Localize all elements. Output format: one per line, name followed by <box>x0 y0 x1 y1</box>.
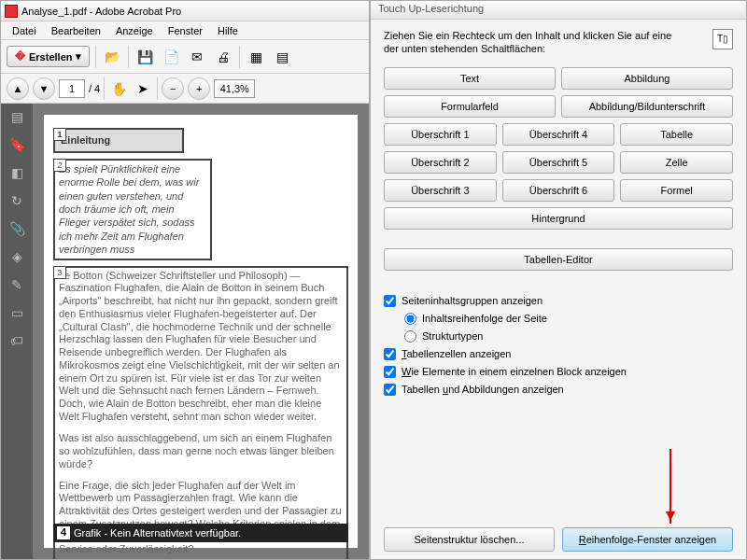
separator <box>128 46 129 68</box>
create-button[interactable]: �͏Erstellen▾ <box>7 46 90 67</box>
sidebar: ▤ 🔖 ◧ ↻ 📎 ◈ ✎ ▭ 🏷 <box>1 104 33 559</box>
page-total: / 4 <box>89 83 100 94</box>
menu-hilfe[interactable]: Hilfe <box>210 23 246 38</box>
bookmarks-icon[interactable]: 🔖 <box>7 137 26 156</box>
body-text-1: de Botton (Schweizer Schriftsteller und … <box>59 270 340 422</box>
struktur-radio[interactable] <box>404 330 416 343</box>
abbildung-button[interactable]: Abbildung <box>561 67 733 90</box>
block-checkbox[interactable] <box>384 366 396 378</box>
abbildung-caption-button[interactable]: Abbildung/Bildunterschrift <box>561 95 733 118</box>
separator <box>95 46 96 68</box>
mail-icon[interactable]: ✉ <box>187 47 207 67</box>
pdf-page: 1Einleitung 2Es spielt Pünktlichkeit ein… <box>44 115 358 548</box>
content-icon[interactable]: ▭ <box>7 305 26 324</box>
order-label: Reihenfolge-Fenster anzeigen <box>579 534 716 545</box>
open-icon[interactable]: 📂 <box>102 47 122 67</box>
h4-button[interactable]: Überschrift 4 <box>502 123 615 146</box>
annotation-arrow <box>669 449 671 524</box>
attach-icon[interactable]: 📎 <box>7 221 26 240</box>
doc1-icon[interactable]: ▦ <box>246 47 266 67</box>
h5-button[interactable]: Überschrift 5 <box>502 151 615 174</box>
figure-tag-num: 4 <box>57 526 70 539</box>
menu-datei[interactable]: Datei <box>5 23 44 38</box>
h1-button[interactable]: Überschrift 1 <box>384 123 497 146</box>
tabellenzellen-label: Tabellenzellen anzeigen <box>402 348 511 359</box>
save-icon[interactable]: 💾 <box>134 47 155 67</box>
separator <box>157 77 158 100</box>
toolbar-main: �͏Erstellen▾ 📂 💾 📄 ✉ 🖨 ▦ ▤ <box>1 40 369 74</box>
figure-alt-bar[interactable]: 4 Grafik - Kein Alternativtext verfügbar… <box>53 524 348 542</box>
select-tool-icon[interactable]: ➤ <box>133 78 153 99</box>
menubar: Datei Bearbeiten Anzeige Fenster Hilfe <box>1 21 369 40</box>
gruppen-label: Seiteninhaltsgruppen anzeigen <box>402 295 543 306</box>
quote-text: Es spielt Pünktlichkeit eine enorme Roll… <box>59 163 199 255</box>
clear-label: Seitenstruktur löschen... <box>414 534 524 545</box>
block-label: Wie Elemente in einem einzelnen Block an… <box>402 366 627 377</box>
h3-button[interactable]: Überschrift 3 <box>384 179 497 202</box>
page-up-button[interactable]: ▲ <box>7 77 29 100</box>
body-text-2: Was ist also ausschlaggebend, um sich an… <box>59 432 334 469</box>
order-icon[interactable]: ↻ <box>7 193 26 212</box>
titlebar: Analyse_1.pdf - Adobe Acrobat Pro <box>1 1 369 21</box>
tabellen-editor-button[interactable]: Tabellen-Editor <box>384 248 733 271</box>
clear-structure-button[interactable]: Seitenstruktur löschen... <box>384 527 555 552</box>
tag-quote[interactable]: 2Es spielt Pünktlichkeit eine enorme Rol… <box>53 159 212 260</box>
separator <box>239 46 240 68</box>
document-viewport[interactable]: 1Einleitung 2Es spielt Pünktlichkeit ein… <box>33 104 369 559</box>
reihenfolge-label: Inhaltsreihenfolge der Seite <box>422 313 547 324</box>
menu-bearbeiten[interactable]: Bearbeiten <box>44 23 108 38</box>
heading-text: Einleitung <box>61 134 110 146</box>
toolbar-nav: ▲ ▼ / 4 ✋ ➤ − + <box>1 74 369 104</box>
panel-title: Touch Up-Leserichtung <box>371 1 746 20</box>
reihenfolge-radio[interactable] <box>404 313 416 325</box>
tabellenzellen-checkbox[interactable] <box>384 348 396 360</box>
instruction-text: Ziehen Sie ein Rechteck um den Inhalt un… <box>384 29 683 56</box>
tabelle-button[interactable]: Tabelle <box>620 123 733 146</box>
tag2-icon[interactable]: 🏷 <box>7 333 26 352</box>
thumbnails-icon[interactable]: ▤ <box>7 109 26 128</box>
zoom-in-button[interactable]: + <box>188 77 210 100</box>
formularfeld-button[interactable]: Formularfeld <box>384 95 556 118</box>
content-area: ▤ 🔖 ◧ ↻ 📎 ◈ ✎ ▭ 🏷 1Einleitung 2Es spielt… <box>1 104 369 559</box>
panel-body: Ziehen Sie ein Rechteck um den Inhalt un… <box>371 20 746 411</box>
app-icon <box>5 5 18 18</box>
hintergrund-button[interactable]: Hintergrund <box>384 207 733 230</box>
h2-button[interactable]: Überschrift 2 <box>384 151 497 174</box>
order-window-button[interactable]: Reihenfolge-Fenster anzeigen <box>562 527 733 552</box>
gruppen-checkbox[interactable] <box>384 295 396 307</box>
zoom-input[interactable] <box>214 79 255 98</box>
acrobat-window: Analyse_1.pdf - Adobe Acrobat Pro Datei … <box>0 0 370 560</box>
page-down-button[interactable]: ▼ <box>33 77 55 100</box>
export-icon[interactable]: 📄 <box>161 47 181 67</box>
h6-button[interactable]: Überschrift 6 <box>502 179 615 202</box>
menu-anzeige[interactable]: Anzeige <box>108 23 161 38</box>
tabab-label: Tabellen und Abbildungen anzeigen <box>402 384 564 395</box>
body-text-3: Eine Frage, die sich jeder Flughafen auf… <box>59 480 342 555</box>
figure-alt-text: Grafik - Kein Alternativtext verfügbar. <box>74 527 241 539</box>
page-input[interactable] <box>59 79 85 98</box>
touchup-panel: Touch Up-Leserichtung Ziehen Sie ein Rec… <box>370 0 747 560</box>
panel-instruction: Ziehen Sie ein Rechteck um den Inhalt un… <box>384 29 733 56</box>
zoom-out-button[interactable]: − <box>162 77 184 100</box>
menu-fenster[interactable]: Fenster <box>161 23 210 38</box>
touchup-tool-icon[interactable]: T▯ <box>712 29 733 49</box>
create-label: Erstellen <box>29 51 72 63</box>
struktur-label: Strukturtypen <box>422 330 483 342</box>
formel-button[interactable]: Formel <box>620 179 733 202</box>
tag-body[interactable]: 3 de Botton (Schweizer Schriftsteller un… <box>53 266 348 559</box>
sign-icon[interactable]: ✎ <box>7 277 26 296</box>
panel-footer: Seitenstruktur löschen... Reihenfolge-Fe… <box>384 527 733 552</box>
layers-icon[interactable]: ◈ <box>7 249 26 268</box>
tabab-checkbox[interactable] <box>384 384 396 396</box>
hand-tool-icon[interactable]: ✋ <box>108 78 129 99</box>
doc2-icon[interactable]: ▤ <box>272 47 292 67</box>
print-icon[interactable]: 🖨 <box>213 47 233 67</box>
separator <box>104 77 105 100</box>
text-button[interactable]: Text <box>384 67 556 90</box>
tags-icon[interactable]: ◧ <box>7 165 26 184</box>
tag-heading[interactable]: 1Einleitung <box>53 128 184 153</box>
window-title: Analyse_1.pdf - Adobe Acrobat Pro <box>21 6 181 17</box>
zelle-button[interactable]: Zelle <box>620 151 733 174</box>
